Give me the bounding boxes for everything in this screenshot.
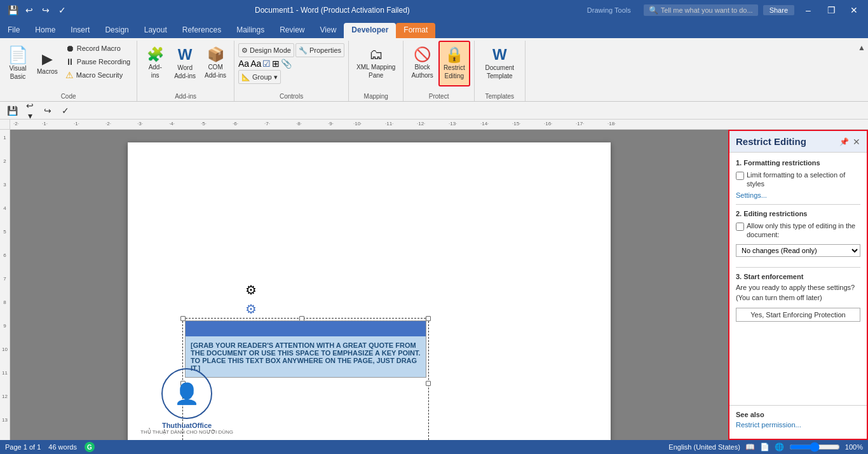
qat-save-button[interactable]: 💾 <box>5 3 20 18</box>
restore-button[interactable]: ❐ <box>822 1 840 19</box>
templates-group-label: Templates <box>475 93 525 100</box>
title-bar-title: Document1 - Word (Product Activation Fai… <box>78 6 587 15</box>
macro-security-icon: ⚠ <box>65 70 74 80</box>
restrict-editing-panel: Restrict Editing 📌 ✕ 1. Formatting restr… <box>728 130 868 440</box>
restrict-editing-button[interactable]: 🔒 RestrictEditing <box>438 41 470 86</box>
see-also-title: See also <box>736 411 860 418</box>
tab-review[interactable]: Review <box>272 23 312 38</box>
ctrl-btn-5[interactable]: 📎 <box>281 58 292 69</box>
restrict-permission-link[interactable]: Restrict permission... <box>736 421 860 429</box>
controls-group-label: Controls <box>234 93 348 100</box>
tab-mailings[interactable]: Mailings <box>229 23 272 38</box>
editing-checkbox-label: Allow only this type of editing in the d… <box>747 221 860 240</box>
tab-references[interactable]: References <box>175 23 229 38</box>
pause-recording-button[interactable]: ⏸ Pause Recording <box>63 55 133 68</box>
restrict-panel-close-button[interactable]: ✕ <box>853 137 860 147</box>
separator-2 <box>736 267 860 268</box>
main-area: ·2· ·1· ·1· ·2· ·3· ·4· ·5· ·6· ·7· ·8· … <box>0 120 868 440</box>
vertical-ruler-numbers: 12345678910111213 <box>0 130 10 423</box>
tab-developer[interactable]: Developer <box>344 23 396 38</box>
code-group-items: 📄 VisualBasic ▶ Macros ⏺ Record Macro ⏸ … <box>4 41 133 101</box>
macro-security-button[interactable]: ⚠ Macro Security <box>63 69 133 81</box>
record-macro-button[interactable]: ⏺ Record Macro <box>63 42 133 55</box>
ribbon-group-protect: 🚫 BlockAuthors 🔒 RestrictEditing Protect <box>403 41 474 101</box>
grammarly-icon[interactable]: G <box>85 442 95 452</box>
ribbon-collapse[interactable]: ▲ <box>855 41 868 101</box>
enforcement-section: 3. Start enforcement Are you ready to ap… <box>736 273 860 322</box>
web-layout-button[interactable]: 🌐 <box>775 443 784 451</box>
tab-layout[interactable]: Layout <box>137 23 175 38</box>
settings-link[interactable]: Settings... <box>736 191 860 199</box>
restrict-editing-icon: 🔒 <box>445 47 464 62</box>
read-view-button[interactable]: 📖 <box>745 443 755 451</box>
code-group-label: Code <box>0 93 137 100</box>
design-mode-button[interactable]: ⚙ Design Mode <box>238 43 294 57</box>
word-add-ins-icon: W <box>178 47 193 62</box>
group-button[interactable]: 📐 Group ▾ <box>238 70 281 84</box>
ctrl-btn-2[interactable]: Aa <box>250 58 261 69</box>
close-button[interactable]: ✕ <box>845 1 863 19</box>
add-ins-button[interactable]: 🧩 Add-ins <box>141 41 169 86</box>
search-bar[interactable]: 🔍 Tell me what you want to do... <box>644 4 758 16</box>
status-right: English (United States) 📖 📄 🌐 100% <box>668 442 863 452</box>
ctrl-btn-3[interactable]: ☑ <box>262 58 271 69</box>
tab-home[interactable]: Home <box>27 23 63 38</box>
qat-redo-button[interactable]: ↪ <box>38 3 53 18</box>
macros-button[interactable]: ▶ Macros <box>33 41 62 86</box>
qat-check-button[interactable]: ✓ <box>55 3 70 18</box>
editing-checkbox[interactable] <box>736 223 744 231</box>
tab-view[interactable]: View <box>313 23 344 38</box>
vertical-ruler: 12345678910111213 <box>0 130 10 440</box>
tab-file[interactable]: File <box>0 23 27 38</box>
macro-small-group: ⏺ Record Macro ⏸ Pause Recording ⚠ Macro… <box>63 41 133 81</box>
separator-1 <box>736 204 860 205</box>
mapping-group-items: 🗂 XML MappingPane <box>353 41 399 101</box>
ctrl-btn-1[interactable]: Aa <box>238 58 249 69</box>
block-authors-icon: 🚫 <box>414 48 431 62</box>
handle-tr[interactable] <box>426 316 431 321</box>
redo-button-qat[interactable]: ↪ <box>41 104 55 118</box>
handle-mr[interactable] <box>426 381 431 386</box>
mapping-group-label: Mapping <box>349 93 403 100</box>
xml-mapping-icon: 🗂 <box>369 48 383 62</box>
logo-person-icon: 👤 <box>174 382 200 406</box>
minimize-button[interactable]: – <box>799 1 817 19</box>
editing-type-select[interactable]: No changes (Read only) Tracked changes C… <box>736 244 860 257</box>
qat-undo-button[interactable]: ↩ <box>22 3 37 18</box>
title-bar-right: 🔍 Tell me what you want to do... Share –… <box>644 1 863 19</box>
block-authors-button[interactable]: 🚫 BlockAuthors <box>407 41 437 86</box>
xml-mapping-button[interactable]: 🗂 XML MappingPane <box>353 41 399 86</box>
start-enforcing-button[interactable]: Yes, Start Enforcing Protection <box>736 308 860 322</box>
undo-button-qat[interactable]: ↩ ▾ <box>23 104 37 118</box>
below-ribbon: 💾 ↩ ▾ ↪ ✓ <box>0 102 868 120</box>
drawing-tools-label: Drawing Tools <box>587 6 631 14</box>
ctrl-btn-4[interactable]: ⊞ <box>272 58 280 69</box>
visual-basic-icon: 📄 <box>8 46 28 63</box>
tab-design[interactable]: Design <box>97 23 136 38</box>
properties-button[interactable]: 🔧 Properties <box>295 43 344 57</box>
pin-icon[interactable]: 📌 <box>839 137 849 146</box>
editing-checkbox-row: Allow only this type of editing in the d… <box>736 221 860 240</box>
ruler-corner <box>0 120 10 130</box>
word-add-ins-button[interactable]: W WordAdd-ins <box>170 41 200 86</box>
ribbon-group-code: 📄 VisualBasic ▶ Macros ⏺ Record Macro ⏸ … <box>0 41 137 101</box>
share-button[interactable]: Share <box>763 5 794 15</box>
check-button-qat[interactable]: ✓ <box>58 104 72 118</box>
visual-basic-button[interactable]: 📄 VisualBasic <box>4 41 32 86</box>
formatting-checkbox[interactable] <box>736 172 744 180</box>
doc-page: ⚙ ⚙ <box>128 142 611 440</box>
controls-group-items: ⚙ Design Mode 🔧 Properties Aa Aa ☑ ⊞ 📎 📐… <box>238 41 344 101</box>
see-also-section: See also Restrict permission... <box>729 405 867 439</box>
tab-format[interactable]: Format <box>396 23 435 38</box>
search-icon: 🔍 <box>649 6 658 15</box>
document-template-button[interactable]: W DocumentTemplate <box>481 41 518 86</box>
protect-group-label: Protect <box>403 93 473 100</box>
tab-insert[interactable]: Insert <box>63 23 97 38</box>
content-row: 12345678910111213 ⚙ ⚙ <box>0 130 868 440</box>
doc-scroll-area[interactable]: ⚙ ⚙ <box>10 130 728 440</box>
ribbon-group-mapping: 🗂 XML MappingPane Mapping <box>349 41 403 101</box>
save-button-qat[interactable]: 💾 <box>5 104 19 118</box>
print-layout-button[interactable]: 📄 <box>760 443 770 451</box>
com-add-ins-button[interactable]: 📦 COMAdd-ins <box>201 41 230 86</box>
zoom-slider[interactable] <box>789 442 840 452</box>
